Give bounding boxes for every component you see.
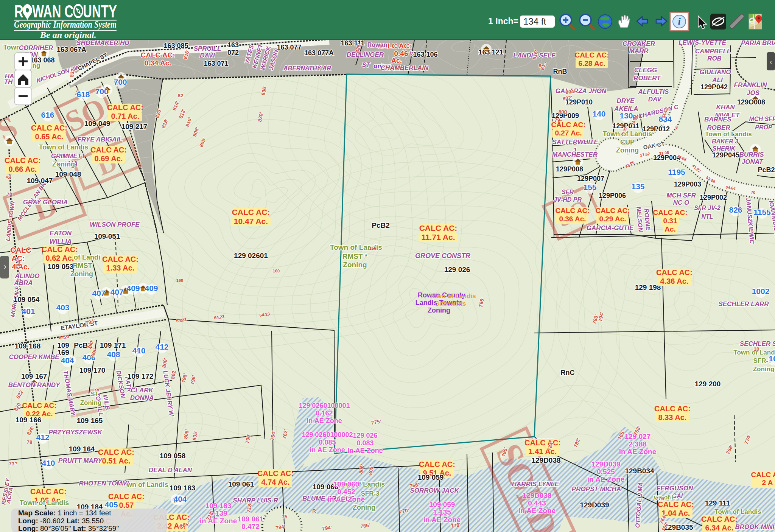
svg-text:129P042: 129P042 [700,83,728,91]
svg-text:CALC AC:: CALC AC: [108,492,145,501]
svg-text:RMST: RMST [73,262,92,269]
svg-text:DELLINGER: DELLINGER [347,51,384,58]
svg-text:CALC AC:: CALC AC: [232,208,270,216]
svg-text:CALC AC:: CALC AC: [102,255,139,263]
svg-text:700: 700 [114,78,127,86]
svg-text:BAKER 3: BAKER 3 [712,138,738,145]
svg-text:of Landi: of Landi [74,254,100,261]
svg-text:1002: 1002 [752,287,770,296]
svg-text:140: 140 [592,109,605,118]
svg-text:Gifflowmts: Gifflowmts [435,300,466,307]
svg-text:‹: ‹ [770,58,772,66]
svg-text:CALC: CALC [10,246,31,254]
svg-text:155: 155 [583,183,596,191]
svg-text:FERGUSON: FERGUSON [657,485,693,492]
svg-text:COOPER KIMBE: COOPER KIMBE [9,353,59,361]
svg-text:129P008: 129P008 [556,165,583,173]
svg-text:163 085: 163 085 [163,42,188,50]
svg-text:PARIA BRIA: PARIA BRIA [741,40,775,47]
svg-text:FRYE ABIGAIL: FRYE ABIGAIL [77,136,122,143]
svg-text:129P007: 129P007 [577,175,604,182]
svg-text:129P002: 129P002 [700,194,727,201]
svg-text:109 183: 109 183 [170,484,196,492]
svg-text:405: 405 [104,500,118,509]
svg-text:163 077A: 163 077A [304,49,334,57]
svg-text:Zoning: Zoning [70,270,93,278]
svg-text:Geographic Information System: Geographic Information System [14,19,117,30]
svg-text:Zoning: Zoning [343,261,367,269]
svg-text:GARCIA-GUTIE: GARCIA-GUTIE [587,224,634,232]
svg-text:SHARP LUIS R: SHARP LUIS R [233,497,278,504]
svg-text:129D038: 129D038 [522,492,551,499]
svg-text:0.57: 0.57 [119,501,134,509]
svg-text:ABRA: ABRA [14,279,33,286]
svg-text:Long: -80.602 Lat: 35.550: Long: -80.602 Lat: 35.550 [18,517,104,525]
svg-text:109 051: 109 051 [94,232,120,240]
svg-text:Town of Landis: Town of Landis [39,143,89,151]
svg-text:8.33 Ac.: 8.33 Ac. [658,413,687,422]
svg-text:129P045: 129P045 [712,151,739,159]
svg-text:GIULIANO: GIULIANO [699,68,731,76]
svg-text:JOS: JOS [747,89,760,96]
svg-text:129O008: 129O008 [737,98,765,106]
svg-text:0.452: 0.452 [337,488,355,496]
svg-text:6.34 Ac.: 6.34 Ac. [705,524,734,532]
svg-text:in AE Zone: in AE Zone [347,447,383,454]
svg-text:109 165: 109 165 [77,417,103,425]
svg-text:CALC AC:: CALC AC: [595,207,630,215]
svg-text:78: 78 [26,439,33,445]
svg-text:408: 408 [107,350,120,359]
svg-text:Zoning: Zoning [753,366,775,373]
svg-text:CALC AC:: CALC AC: [419,460,455,468]
svg-text:10: 10 [769,354,775,363]
svg-text:109 171: 109 171 [100,341,126,349]
svg-text:ROB: ROB [707,55,722,62]
svg-text:CALC AC:: CALC AC: [257,469,294,478]
svg-text:PROPST MICHA: PROPST MICHA [572,485,621,493]
svg-text:129P006: 129P006 [599,192,626,199]
svg-text:163 071: 163 071 [204,60,228,67]
svg-text:PRZYBYSZEWSK: PRZYBYSZEWSK [48,429,103,436]
svg-text:FRANKLIN: FRANKLIN [734,81,767,89]
svg-text:SATTERWHITE: SATTERWHITE [552,138,598,146]
svg-text:CALC AC:: CALC AC: [656,268,693,277]
svg-text:800: 800 [559,109,567,115]
svg-text:1 Inch=: 1 Inch= [488,16,518,26]
svg-text:TH: TH [4,78,13,86]
svg-text:Town of Landis: Town of Landis [714,508,761,515]
svg-text:0.162: 0.162 [316,409,333,417]
svg-text:10: 10 [753,346,759,352]
svg-text:109 061: 109 061 [238,515,264,523]
svg-text:CALC AC:: CALC AC: [31,124,67,132]
svg-text:109 164: 109 164 [69,445,95,453]
svg-text:70: 70 [6,191,12,197]
svg-text:0.69 Ac.: 0.69 Ac. [95,154,123,163]
svg-text:SPRUILL: SPRUILL [194,45,221,52]
svg-text:129 026: 129 026 [353,432,377,439]
svg-text:826: 826 [729,205,742,214]
svg-text:0.083: 0.083 [356,439,373,447]
svg-text:CALC AC:: CALC AC: [654,404,691,413]
svg-text:0.51 Ac.: 0.51 Ac. [102,457,131,465]
svg-text:CAMPBELL: CAMPBELL [695,48,731,55]
svg-text:CALC AC:: CALC AC: [98,448,134,456]
svg-text:Be an original.: Be an original. [40,30,96,40]
svg-text:CALC AC:: CALC AC: [22,401,56,409]
svg-text:75: 75 [282,514,288,520]
svg-text:156: 156 [369,246,376,250]
svg-text:409: 409 [145,284,158,292]
svg-text:4.36 Ac.: 4.36 Ac. [660,277,689,285]
svg-text:0.443: 0.443 [528,499,546,507]
svg-text:CALC AC:: CALC AC: [42,245,78,254]
svg-text:MARR: MARR [629,47,649,54]
svg-text:109 167: 109 167 [21,372,47,380]
svg-text:CALC AC:: CALC AC: [574,51,609,59]
svg-text:RMST *: RMST * [342,252,368,260]
svg-text:MCH SFR: MCH SFR [666,192,696,199]
svg-text:BARNES: BARNES [704,116,731,123]
svg-text:401: 401 [22,307,35,316]
svg-text:SFR: SFR [562,189,574,195]
svg-text:129P012: 129P012 [643,125,670,133]
svg-text:CROAKER: CROAKER [622,40,655,47]
svg-text:ST: ST [362,62,370,68]
